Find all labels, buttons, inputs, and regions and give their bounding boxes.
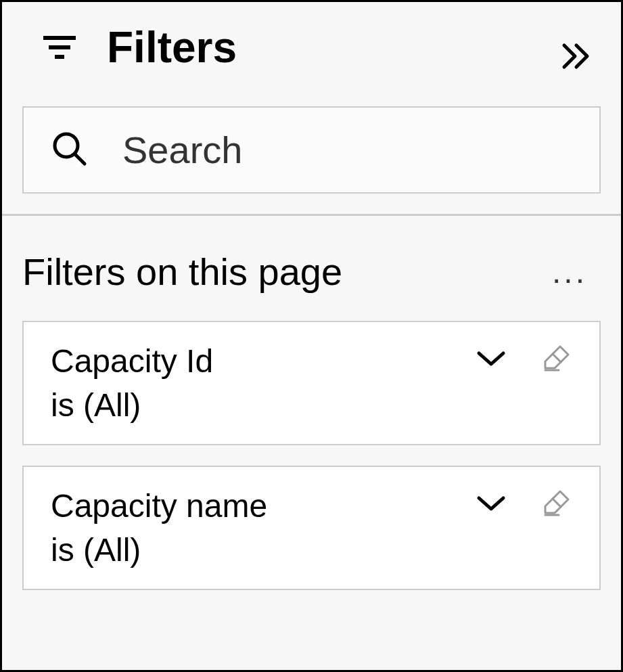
- filter-field-value: is (All): [51, 531, 572, 568]
- eraser-icon[interactable]: [540, 487, 572, 522]
- section-header: Filters on this page ...: [22, 250, 601, 294]
- svg-line-1: [75, 154, 85, 164]
- section-title: Filters on this page: [22, 250, 342, 294]
- svg-line-4: [552, 498, 561, 508]
- filters-section: Filters on this page ... Capacity Id is …: [2, 216, 621, 624]
- filter-field-value: is (All): [51, 386, 572, 424]
- filters-header: Filters: [2, 2, 621, 86]
- search-icon: [51, 130, 89, 171]
- filter-icon: [39, 27, 80, 68]
- svg-line-2: [552, 353, 561, 363]
- chevron-down-icon[interactable]: [476, 349, 506, 371]
- more-options-button[interactable]: ...: [552, 253, 601, 290]
- panel-title: Filters: [107, 22, 237, 72]
- eraser-icon[interactable]: [540, 342, 572, 378]
- collapse-panel-button[interactable]: [561, 43, 594, 72]
- search-input[interactable]: [122, 128, 595, 172]
- search-container: [22, 106, 601, 194]
- filter-card[interactable]: Capacity name is (All): [22, 466, 601, 590]
- filter-card[interactable]: Capacity Id is (All): [22, 321, 601, 445]
- chevron-down-icon[interactable]: [476, 494, 506, 516]
